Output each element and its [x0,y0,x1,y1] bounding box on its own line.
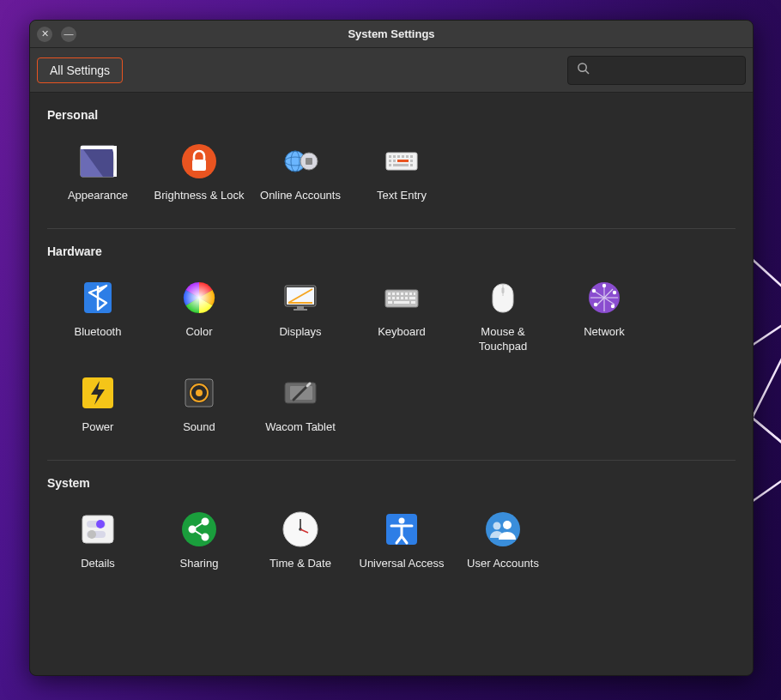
svg-point-85 [399,518,405,524]
svg-point-86 [486,512,520,546]
titlebar: ✕ — System Settings [30,21,753,48]
item-label: Power [82,420,114,434]
minimize-button[interactable]: — [61,27,76,42]
close-button[interactable]: ✕ [37,27,52,42]
item-label: User Accounts [467,557,539,570]
svg-point-28 [184,282,215,313]
item-label: Displays [279,325,321,339]
sound-icon [180,374,218,412]
minimize-icon: — [64,29,74,39]
svg-point-66 [196,389,203,396]
all-settings-button[interactable]: All Settings [37,57,123,83]
system-grid: Details Sharing [47,497,736,591]
svg-point-60 [594,303,597,306]
svg-rect-48 [394,301,409,304]
svg-rect-21 [393,160,396,162]
item-wacom-tablet[interactable]: Wacom Tablet [250,374,351,455]
svg-rect-15 [393,155,396,158]
svg-rect-45 [405,297,408,299]
svg-rect-18 [406,155,409,158]
item-label: Details [81,557,115,570]
item-displays[interactable]: Displays [250,279,351,374]
svg-rect-20 [389,160,391,162]
item-label: Sharing [180,557,219,570]
content-area: Personal Appearance [30,93,753,675]
displays-icon [282,279,319,317]
svg-rect-24 [393,164,409,166]
svg-point-87 [493,522,501,530]
svg-point-73 [88,530,96,539]
svg-rect-22 [410,160,413,162]
item-universal-access[interactable]: Universal Access [351,510,452,591]
close-icon: ✕ [41,29,49,39]
section-title-hardware: Hardware [47,229,736,265]
network-icon [585,279,623,317]
item-text-entry[interactable]: Text Entry [351,142,452,223]
svg-point-88 [503,521,512,529]
svg-rect-32 [294,309,307,311]
item-label: Mouse & Touchpad [456,325,550,353]
svg-rect-47 [388,301,392,304]
hardware-grid: Bluetooth [47,265,736,455]
svg-rect-69 [82,516,113,543]
item-details[interactable]: Details [47,510,148,591]
item-power[interactable]: Power [47,374,148,455]
item-bluetooth[interactable]: Bluetooth [47,279,148,374]
svg-point-59 [611,305,615,308]
power-icon [79,374,117,412]
svg-rect-23 [389,164,391,166]
item-label: Online Accounts [260,189,341,202]
search-box[interactable] [567,56,746,85]
svg-rect-25 [410,164,413,166]
sharing-icon [180,510,218,548]
search-input[interactable] [596,63,741,76]
item-label: Network [584,325,625,339]
lock-icon [180,142,218,180]
toolbar: All Settings [30,48,753,93]
item-sound[interactable]: Sound [148,374,250,455]
keyboard-icon [383,279,421,317]
item-label: Appearance [68,189,128,202]
svg-point-71 [96,520,105,528]
item-label: Keyboard [378,325,426,339]
item-label: Time & Date [269,557,331,570]
search-icon [577,62,590,78]
svg-point-57 [602,284,606,287]
item-label: Text Entry [377,189,427,202]
svg-point-74 [182,512,216,546]
universal-access-icon [383,510,421,548]
item-mouse-touchpad[interactable]: Mouse & Touchpad [452,279,554,374]
svg-rect-7 [192,160,206,171]
item-online-accounts[interactable]: Online Accounts [250,142,351,223]
wacom-icon [282,374,319,412]
svg-rect-44 [401,297,403,299]
svg-rect-19 [410,155,413,158]
svg-rect-49 [411,301,415,304]
item-label: Color [185,325,212,339]
item-label: Sound [183,420,215,434]
svg-rect-41 [388,297,390,299]
item-appearance[interactable]: Appearance [47,142,148,223]
section-title-personal: Personal [47,93,736,129]
settings-window: ✕ — System Settings All Settings Persona… [29,20,754,676]
item-user-accounts[interactable]: User Accounts [452,510,554,591]
svg-rect-40 [414,293,415,295]
svg-rect-35 [392,293,395,295]
item-network[interactable]: Network [554,279,655,374]
item-label: Bluetooth [75,325,122,339]
svg-rect-42 [392,297,395,299]
item-color[interactable]: Color [148,279,250,374]
item-time-date[interactable]: Time & Date [250,510,351,591]
svg-point-3 [578,63,586,71]
item-brightness-lock[interactable]: Brightness & Lock [148,142,250,223]
clock-icon [282,510,319,548]
svg-rect-17 [402,155,404,158]
section-title-system: System [47,461,736,497]
svg-rect-51 [502,287,505,293]
window-title: System Settings [30,27,753,40]
svg-rect-16 [397,155,400,158]
window-controls: ✕ — [30,27,76,42]
svg-rect-12 [306,158,312,165]
item-sharing[interactable]: Sharing [148,510,250,591]
item-keyboard[interactable]: Keyboard [351,279,452,374]
